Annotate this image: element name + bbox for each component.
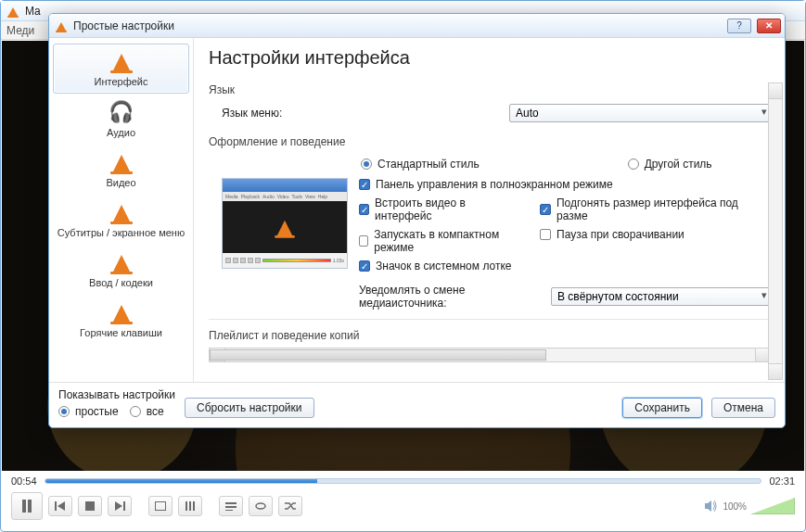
svg-marker-5	[115, 501, 122, 511]
extended-settings-button[interactable]	[178, 496, 202, 516]
vlc-cone-icon	[55, 19, 68, 32]
style-preview: MediaPlaybackAudioVideoToolsViewHelp 1.0…	[222, 178, 348, 269]
cone-icon	[108, 49, 135, 73]
sidebar-item-hotkeys[interactable]: Горячие клавиши	[53, 296, 189, 344]
menu-item-media[interactable]: Меди	[6, 24, 34, 37]
check-embed-video[interactable]: Встроить видео в интерфейс	[359, 196, 512, 222]
sidebar-item-audio[interactable]: 🎧 Аудио	[53, 95, 189, 144]
sidebar-item-label: Субтитры / экранное меню	[58, 227, 185, 238]
time-total: 02:31	[769, 475, 795, 487]
svg-rect-6	[123, 501, 125, 511]
seek-slider[interactable]	[45, 478, 762, 484]
notify-select[interactable]: В свёрнутом состоянии	[551, 287, 772, 306]
dialog-title-bar[interactable]: Простые настройки ? ✕	[49, 14, 785, 38]
svg-rect-1	[28, 500, 32, 513]
notify-value: В свёрнутом состоянии	[557, 290, 679, 303]
check-fullscreen-panel[interactable]: Панель управления в полноэкранном режиме	[359, 178, 772, 191]
section-look: Оформление и поведение	[209, 135, 772, 148]
check-compact-mode[interactable]: Запускать в компактном режиме	[359, 228, 512, 254]
radio-standard-style[interactable]: Стандартный стиль	[361, 158, 480, 171]
svg-marker-14	[705, 500, 711, 512]
sidebar-item-label: Горячие клавиши	[80, 327, 162, 338]
cone-icon	[108, 300, 135, 324]
show-settings-group: Показывать настройки простые все	[58, 388, 175, 418]
section-language: Язык	[209, 83, 772, 96]
check-resize-interface[interactable]: Подгонять размер интерфейса под разме	[540, 196, 772, 222]
time-elapsed: 00:54	[11, 475, 37, 487]
cone-icon	[108, 150, 135, 174]
svg-rect-2	[55, 501, 57, 511]
sidebar-item-codecs[interactable]: Ввод / кодеки	[53, 246, 189, 294]
cone-icon	[273, 216, 298, 237]
check-systray-icon[interactable]: Значок в системном лотке	[359, 260, 512, 272]
vlc-cone-icon	[6, 5, 19, 18]
save-button[interactable]: Сохранить	[622, 398, 702, 418]
svg-rect-11	[225, 502, 237, 504]
playlist-button[interactable]	[219, 496, 243, 516]
svg-rect-4	[85, 501, 95, 511]
preferences-dialog: Простые настройки ? ✕ Интерфейс 🎧 Аудио …	[48, 13, 786, 428]
vertical-scrollbar[interactable]	[768, 82, 783, 380]
language-label: Язык меню:	[222, 107, 500, 120]
svg-rect-12	[225, 506, 237, 508]
sidebar-item-label: Аудио	[107, 127, 135, 138]
notify-label: Уведомлять о смене медиаисточника:	[359, 284, 542, 310]
radio-simple[interactable]: простые	[58, 405, 119, 418]
speaker-icon[interactable]	[704, 500, 719, 513]
section-playlist: Плейлист и поведение копий	[209, 329, 772, 342]
preview-menubar: MediaPlaybackAudioVideoToolsViewHelp	[223, 192, 347, 201]
player-controls: 00:54 02:31 100%	[2, 472, 804, 530]
fullscreen-button[interactable]	[148, 496, 173, 516]
volume-percent: 100%	[723, 501, 747, 512]
page-title: Настройки интерфейса	[209, 47, 772, 69]
radio-indicator	[628, 158, 639, 170]
reset-button[interactable]: Сбросить настройки	[185, 398, 313, 418]
close-button[interactable]: ✕	[757, 19, 781, 33]
radio-indicator	[361, 158, 372, 170]
main-window-title: Ma	[25, 5, 41, 18]
cancel-button[interactable]: Отмена	[711, 398, 775, 418]
radio-other-style[interactable]: Другой стиль	[628, 158, 712, 171]
check-pause-on-minimize[interactable]: Пауза при сворачивании	[540, 228, 772, 241]
radio-label: Стандартный стиль	[377, 158, 480, 171]
preview-title	[223, 179, 347, 192]
show-settings-label: Показывать настройки	[58, 388, 175, 401]
radio-label: Другой стиль	[645, 158, 712, 171]
cone-icon	[108, 250, 135, 274]
svg-rect-8	[186, 501, 187, 511]
svg-marker-3	[58, 501, 65, 511]
loop-button[interactable]	[249, 496, 273, 516]
stop-button[interactable]	[78, 496, 102, 516]
svg-rect-0	[22, 500, 26, 513]
svg-rect-7	[155, 501, 166, 511]
next-button[interactable]	[108, 496, 132, 516]
headphones-icon: 🎧	[106, 99, 137, 125]
language-value: Auto	[516, 107, 539, 120]
settings-pane: Настройки интерфейса Язык Язык меню: Aut…	[194, 38, 785, 382]
volume-slider[interactable]	[750, 498, 795, 514]
sidebar-item-label: Интерфейс	[95, 76, 148, 87]
horizontal-scrollbar[interactable]	[209, 348, 772, 362]
sidebar-item-interface[interactable]: Интерфейс	[53, 44, 189, 94]
dialog-footer: Показывать настройки простые все Сбросит…	[49, 382, 785, 427]
shuffle-button[interactable]	[278, 496, 302, 516]
cone-icon	[108, 200, 135, 224]
category-sidebar: Интерфейс 🎧 Аудио Видео Субтитры / экран…	[49, 38, 194, 382]
svg-rect-13	[225, 510, 233, 511]
prev-button[interactable]	[48, 496, 72, 516]
radio-all[interactable]: все	[130, 405, 164, 418]
sidebar-item-label: Ввод / кодеки	[89, 277, 153, 288]
svg-rect-9	[189, 501, 191, 511]
svg-rect-10	[193, 501, 195, 511]
help-button[interactable]: ?	[727, 19, 751, 33]
pause-button[interactable]	[11, 492, 43, 520]
dialog-title: Простые настройки	[73, 19, 722, 32]
sidebar-item-subtitles[interactable]: Субтитры / экранное меню	[53, 196, 189, 244]
sidebar-item-label: Видео	[106, 177, 135, 188]
sidebar-item-video[interactable]: Видео	[53, 146, 189, 194]
language-select[interactable]: Auto	[509, 104, 772, 122]
